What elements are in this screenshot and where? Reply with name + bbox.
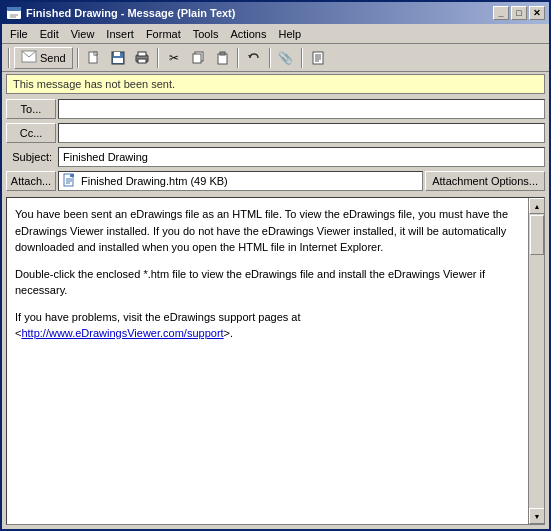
notification-bar: This message has not been sent. (6, 74, 545, 94)
link-suffix: >. (224, 327, 233, 339)
menu-bar: File Edit View Insert Format Tools Actio… (2, 24, 549, 44)
scroll-track[interactable] (529, 214, 544, 508)
copy-button[interactable] (187, 47, 209, 69)
send-icon (21, 49, 37, 67)
window-controls: _ □ ✕ (493, 6, 545, 20)
body-paragraph-3: If you have problems, visit the eDrawing… (15, 309, 520, 342)
main-window: Finished Drawing - Message (Plain Text) … (0, 0, 551, 531)
toolbar-separator-3 (157, 48, 159, 68)
scroll-thumb[interactable] (530, 215, 544, 255)
svg-marker-17 (248, 55, 252, 58)
toolbar-separator-1 (8, 48, 10, 68)
send-button[interactable]: Send (14, 47, 73, 69)
svg-rect-18 (313, 52, 323, 64)
attachment-name: Finished Drawing.htm (49 KB) (81, 175, 228, 187)
attachment-file: Finished Drawing.htm (49 KB) (58, 171, 423, 191)
title-bar: Finished Drawing - Message (Plain Text) … (2, 2, 549, 24)
menu-format[interactable]: Format (140, 24, 187, 43)
scroll-up-button[interactable]: ▲ (529, 198, 545, 214)
cut-button[interactable]: ✂ (163, 47, 185, 69)
to-input[interactable] (58, 99, 545, 119)
to-button[interactable]: To... (6, 99, 56, 119)
form-area: To... Cc... Subject: Attach... (2, 96, 549, 197)
attach-button[interactable]: Attach... (6, 171, 56, 191)
paste-button[interactable] (211, 47, 233, 69)
toolbar-separator-6 (301, 48, 303, 68)
menu-view[interactable]: View (65, 24, 101, 43)
menu-help[interactable]: Help (272, 24, 307, 43)
menu-file[interactable]: File (4, 24, 34, 43)
notification-text: This message has not been sent. (13, 78, 175, 90)
maximize-button[interactable]: □ (511, 6, 527, 20)
subject-row: Subject: (6, 146, 545, 168)
addressbook-button[interactable] (307, 47, 329, 69)
svg-rect-8 (114, 52, 120, 56)
body-area: You have been sent an eDrawings file as … (6, 197, 545, 525)
svg-rect-11 (138, 52, 146, 56)
scroll-down-button[interactable]: ▼ (529, 508, 545, 524)
subject-input[interactable] (58, 147, 545, 167)
scrollbar[interactable]: ▲ ▼ (528, 198, 544, 524)
undo-button[interactable] (243, 47, 265, 69)
save-button[interactable] (107, 47, 129, 69)
menu-tools[interactable]: Tools (187, 24, 225, 43)
body-paragraph-3-text: If you have problems, visit the eDrawing… (15, 311, 301, 323)
cc-row: Cc... (6, 122, 545, 144)
attachment-options-button[interactable]: Attachment Options... (425, 171, 545, 191)
minimize-button[interactable]: _ (493, 6, 509, 20)
send-label: Send (40, 52, 66, 64)
svg-rect-12 (138, 59, 146, 63)
menu-insert[interactable]: Insert (100, 24, 140, 43)
support-link[interactable]: http://www.eDrawingsViewer.com/support (21, 327, 223, 339)
toolbar-separator-4 (237, 48, 239, 68)
attachment-icon (63, 173, 77, 189)
cc-button[interactable]: Cc... (6, 123, 56, 143)
new-button[interactable] (83, 47, 105, 69)
window-icon (6, 5, 22, 21)
toolbar-separator-2 (77, 48, 79, 68)
toolbar: Send ✂ (2, 44, 549, 72)
svg-rect-1 (7, 7, 21, 11)
to-row: To... (6, 98, 545, 120)
menu-edit[interactable]: Edit (34, 24, 65, 43)
body-paragraph-1: You have been sent an eDrawings file as … (15, 206, 520, 256)
attach-row: Attach... Finished Drawing.htm (49 KB) A… (6, 170, 545, 192)
cc-input[interactable] (58, 123, 545, 143)
svg-rect-9 (113, 58, 123, 63)
toolbar-separator-5 (269, 48, 271, 68)
subject-label: Subject: (6, 151, 56, 163)
print-button[interactable] (131, 47, 153, 69)
svg-rect-16 (220, 52, 225, 55)
body-content[interactable]: You have been sent an eDrawings file as … (7, 198, 528, 524)
window-title: Finished Drawing - Message (Plain Text) (26, 7, 493, 19)
close-button[interactable]: ✕ (529, 6, 545, 20)
body-paragraph-2: Double-click the enclosed *.htm file to … (15, 266, 520, 299)
svg-rect-25 (71, 174, 74, 177)
menu-actions[interactable]: Actions (224, 24, 272, 43)
attach-button[interactable]: 📎 (275, 47, 297, 69)
svg-rect-14 (193, 54, 201, 63)
